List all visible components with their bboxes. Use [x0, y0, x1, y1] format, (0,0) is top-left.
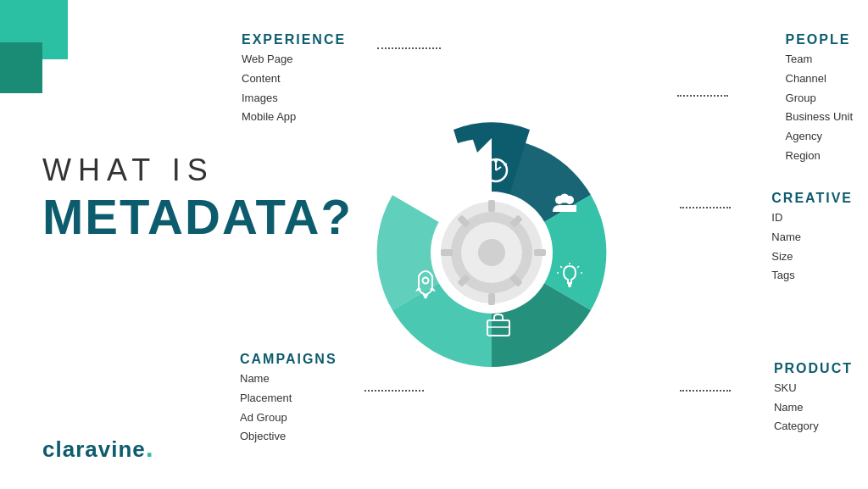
svg-rect-14: [534, 249, 546, 256]
list-item: Name: [771, 228, 853, 247]
list-item: Ad Group: [240, 408, 337, 428]
campaigns-title: CAMPAIGNS: [240, 352, 337, 367]
svg-rect-11: [488, 200, 495, 212]
svg-rect-12: [488, 293, 495, 305]
logo: claravine.: [42, 432, 154, 464]
list-item: Channel: [786, 69, 853, 89]
creative-section: CREATIVE ID Name Size Tags: [771, 191, 853, 286]
list-item: Placement: [240, 389, 337, 408]
list-item: Category: [774, 417, 853, 436]
list-item: Region: [786, 147, 853, 166]
dotted-line-creative: [680, 207, 731, 208]
dotted-line-people: [677, 95, 728, 97]
logo-dot: .: [146, 432, 154, 463]
list-item: Business Unit: [786, 108, 853, 127]
main-heading: WHAT IS METADATA?: [42, 153, 314, 242]
list-item: Mobile App: [242, 108, 346, 127]
list-item: Web Page: [242, 50, 346, 69]
list-item: Agency: [786, 127, 853, 147]
experience-title: EXPERIENCE: [242, 32, 346, 47]
list-item: Name: [774, 398, 853, 418]
experience-items: Web Page Content Images Mobile App: [242, 50, 346, 127]
dotted-line-product: [680, 390, 731, 392]
list-item: Group: [786, 89, 853, 108]
creative-items: ID Name Size Tags: [771, 208, 853, 286]
corner-decoration-left: [0, 42, 42, 93]
list-item: Tags: [771, 266, 853, 286]
list-item: Content: [242, 69, 346, 89]
people-items: Team Channel Group Business Unit Agency …: [786, 50, 853, 166]
list-item: SKU: [774, 379, 853, 398]
svg-point-22: [494, 159, 498, 163]
list-item: Name: [240, 370, 337, 389]
list-item: ID: [771, 208, 853, 228]
wheel-svg: [335, 58, 623, 431]
creative-title: CREATIVE: [771, 191, 853, 206]
list-item: Objective: [240, 427, 337, 447]
list-item: Images: [242, 89, 346, 108]
list-item: Team: [786, 50, 853, 69]
heading-line1: WHAT IS: [42, 153, 314, 188]
product-title: PRODUCT: [774, 361, 853, 376]
gear-center: [478, 239, 505, 266]
heading-line2: METADATA?: [42, 192, 314, 242]
logo-text: claravine: [42, 436, 146, 462]
product-section: PRODUCT SKU Name Category: [774, 361, 853, 436]
people-title: PEOPLE: [786, 32, 853, 47]
product-items: SKU Name Category: [774, 379, 853, 436]
svg-point-23: [504, 163, 507, 166]
campaigns-items: Name Placement Ad Group Objective: [240, 370, 337, 447]
svg-rect-13: [441, 249, 453, 256]
dotted-line-experience: [377, 47, 441, 49]
svg-point-26: [560, 194, 570, 203]
list-item: Size: [771, 247, 853, 267]
people-section: PEOPLE Team Channel Group Business Unit …: [786, 32, 853, 166]
campaigns-section: CAMPAIGNS Name Placement Ad Group Object…: [240, 352, 337, 447]
wheel-diagram: [335, 58, 623, 434]
experience-section: EXPERIENCE Web Page Content Images Mobil…: [242, 32, 346, 127]
